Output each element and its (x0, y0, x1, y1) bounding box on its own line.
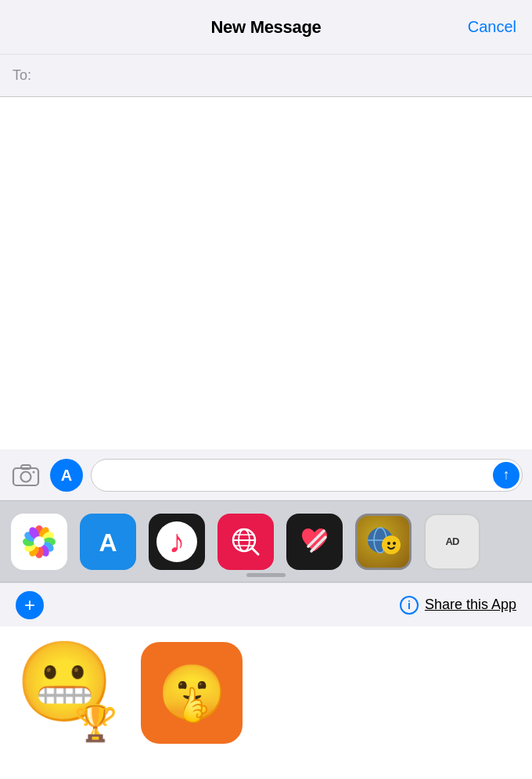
send-arrow-icon: ↑ (503, 467, 510, 481)
scroll-indicator (246, 573, 286, 577)
app-store-small-button[interactable]: A (50, 459, 83, 492)
app-icon-ad[interactable]: AD (424, 514, 480, 570)
svg-rect-2 (21, 465, 31, 469)
svg-point-1 (21, 471, 31, 481)
message-header: New Message Cancel (0, 0, 532, 55)
message-input-wrap: ↑ (91, 459, 523, 492)
input-bar: A ↑ (0, 449, 532, 500)
emoji-sticker-shush: 🤫 (141, 642, 243, 744)
message-body (0, 97, 532, 449)
to-label: To: (13, 67, 31, 84)
app-icon-appstore[interactable]: A (80, 514, 136, 570)
cancel-button[interactable]: Cancel (468, 18, 516, 36)
share-section[interactable]: i Share this App (400, 596, 516, 615)
plus-icon: + (24, 596, 35, 615)
svg-point-32 (387, 542, 390, 545)
message-input[interactable] (91, 459, 523, 492)
info-label: i (408, 599, 411, 611)
app-icon-globe-face[interactable] (355, 514, 412, 570)
svg-point-3 (33, 471, 35, 473)
apps-strip: A ♪ (0, 500, 532, 582)
bottom-bar: + i Share this App (0, 582, 532, 626)
app-icon-photos[interactable] (11, 514, 67, 570)
header-title: New Message (211, 17, 322, 38)
music-note-icon: ♪ (156, 521, 197, 562)
to-field-row: To: (0, 55, 532, 97)
app-icon-heart-eraser[interactable] (286, 514, 343, 570)
svg-point-33 (393, 542, 396, 545)
emoji-section: 😬 🏆 🤫 (0, 626, 532, 759)
svg-text:A: A (99, 528, 117, 557)
trophy-emoji: 🏆 (74, 702, 117, 744)
svg-text:A: A (61, 467, 73, 484)
info-icon: i (400, 596, 419, 615)
send-button[interactable]: ↑ (493, 462, 519, 489)
svg-point-18 (34, 536, 45, 547)
svg-line-25 (252, 548, 258, 554)
svg-point-31 (382, 536, 401, 554)
camera-button[interactable] (9, 459, 42, 492)
ad-text: AD (446, 536, 459, 547)
svg-rect-0 (13, 468, 38, 485)
emoji-trophy-wink: 😬 🏆 (16, 642, 117, 744)
share-app-label[interactable]: Share this App (425, 597, 516, 613)
app-icon-music[interactable]: ♪ (149, 514, 205, 570)
shush-emoji: 🤫 (158, 665, 226, 720)
app-icon-search[interactable] (217, 514, 274, 570)
plus-button[interactable]: + (16, 591, 44, 619)
to-input[interactable] (38, 67, 519, 84)
